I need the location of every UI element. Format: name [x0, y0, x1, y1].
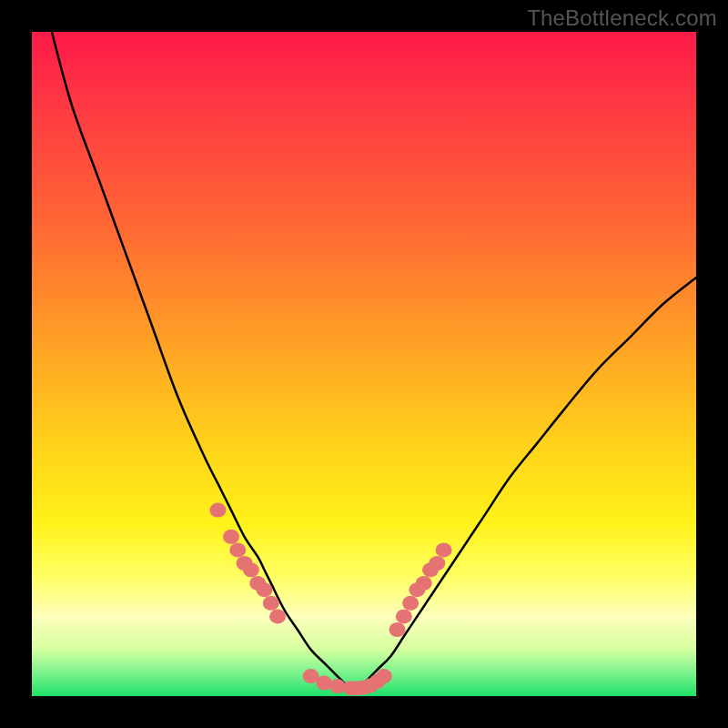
marker-point — [416, 576, 432, 591]
chart-svg — [32, 32, 696, 696]
marker-point — [429, 556, 445, 571]
marker-point — [229, 542, 246, 557]
marker-point — [209, 503, 226, 518]
marker-point — [263, 596, 279, 611]
marker-point — [269, 609, 286, 623]
chart-frame: TheBottleneck.com — [0, 0, 728, 728]
marker-point — [402, 596, 419, 611]
marker-layer — [209, 503, 451, 696]
marker-point — [396, 609, 412, 623]
curve-layer — [52, 32, 696, 690]
plot-area — [32, 32, 696, 696]
marker-point — [243, 562, 259, 577]
marker-point — [376, 669, 392, 683]
marker-point — [389, 622, 406, 637]
marker-point — [223, 530, 239, 544]
marker-point — [436, 542, 452, 557]
curve-left-curve — [52, 32, 351, 690]
watermark-text: TheBottleneck.com — [527, 5, 717, 31]
marker-point — [257, 582, 273, 597]
